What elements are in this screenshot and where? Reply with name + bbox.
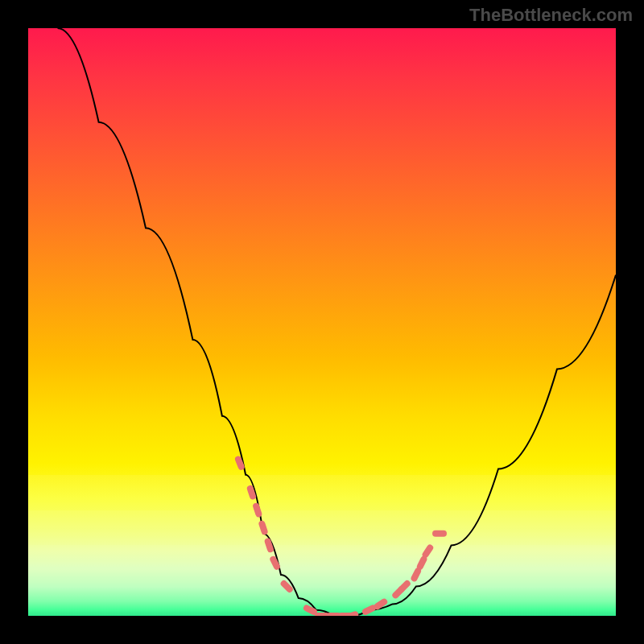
highlight-dash xyxy=(273,559,276,567)
highlight-dash xyxy=(238,460,242,467)
highlight-dash xyxy=(256,506,258,514)
highlight-dash xyxy=(348,614,355,616)
highlight-dash xyxy=(378,602,384,607)
curve-svg xyxy=(28,28,616,616)
bottleneck-curve-line xyxy=(58,28,617,616)
highlight-dash xyxy=(365,608,373,611)
highlight-dash xyxy=(420,559,423,567)
watermark-text: TheBottleneck.com xyxy=(469,5,633,26)
highlight-dash xyxy=(262,524,264,531)
chart-plot-area xyxy=(28,28,616,616)
highlight-dash xyxy=(402,584,407,589)
highlight-dash xyxy=(250,489,253,496)
highlight-dash xyxy=(307,608,314,611)
highlight-dash xyxy=(284,584,290,589)
highlight-dash xyxy=(268,542,270,549)
highlight-dash xyxy=(415,571,418,578)
highlight-dash xyxy=(426,548,431,555)
